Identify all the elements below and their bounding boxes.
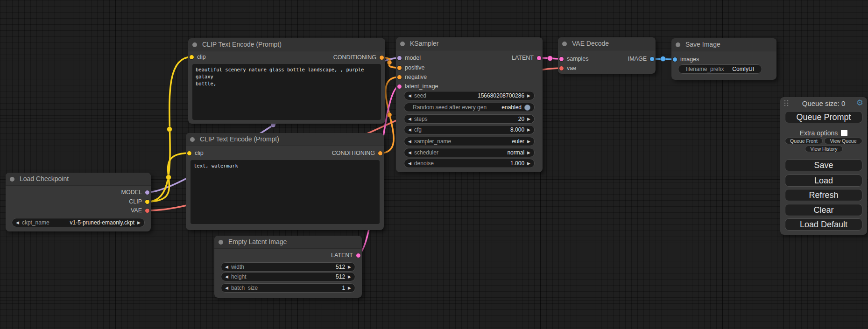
increment-arrow-icon[interactable]: ▶ (348, 265, 351, 269)
steps-widget[interactable]: ◀ steps 20 ▶ (404, 114, 535, 124)
input-positive[interactable]: positive (397, 64, 424, 71)
output-latent[interactable]: LATENT (512, 54, 541, 62)
input-samples[interactable]: samples (559, 55, 589, 63)
load-button[interactable]: Load (785, 175, 862, 187)
extra-options-checkbox[interactable] (841, 130, 847, 136)
input-model[interactable]: model (397, 54, 421, 62)
output-vae[interactable]: VAE (131, 207, 149, 214)
conditioning-port-icon[interactable] (397, 75, 402, 79)
node-ksampler[interactable]: KSampler model positive negative latent_… (396, 37, 543, 172)
prompt-textarea[interactable]: beautiful scenery nature glass bottle la… (192, 64, 381, 120)
node-vae-decode[interactable]: VAE Decode samples vae IMAGE (558, 37, 656, 74)
node-empty-latent-image[interactable]: Empty Latent Image LATENT ◀ width 512 ▶ … (214, 236, 362, 298)
node-clip-text-encode-positive[interactable]: CLIP Text Encode (Prompt) clip CONDITION… (188, 38, 385, 124)
increment-arrow-icon[interactable]: ▶ (527, 161, 530, 166)
image-port-icon[interactable] (673, 57, 677, 62)
view-queue-button[interactable]: View Queue (824, 138, 862, 144)
node-title-bar: CLIP Text Encode (Prompt) (186, 133, 384, 146)
output-clip[interactable]: CLIP (129, 198, 149, 205)
ckpt-name-widget[interactable]: ◀ ckpt_name v1-5-pruned-emaonly.ckpt ▶ (12, 218, 145, 227)
decrement-arrow-icon[interactable]: ◀ (408, 161, 411, 166)
clip-port-icon[interactable] (187, 151, 191, 155)
input-negative[interactable]: negative (397, 73, 427, 81)
filename-prefix-widget[interactable]: filename_prefix ComfyUI (678, 64, 762, 74)
sampler-name-widget[interactable]: ◀ sampler_name euler ▶ (404, 137, 535, 146)
node-title-bar: Save Image (671, 38, 776, 51)
collapse-dot-icon[interactable] (400, 42, 405, 46)
clear-button[interactable]: Clear (785, 204, 862, 216)
batch-size-widget[interactable]: ◀ batch_size 1 ▶ (221, 283, 355, 293)
collapse-dot-icon[interactable] (676, 42, 680, 47)
latent-port-icon[interactable] (559, 57, 564, 61)
decrement-arrow-icon[interactable]: ◀ (408, 117, 411, 121)
increment-arrow-icon[interactable]: ▶ (348, 275, 351, 279)
decrement-arrow-icon[interactable]: ◀ (16, 221, 19, 225)
input-clip[interactable]: clip (187, 149, 204, 157)
conditioning-port-icon[interactable] (397, 66, 402, 70)
model-port-icon[interactable] (145, 190, 149, 195)
collapse-dot-icon[interactable] (190, 137, 195, 142)
decrement-arrow-icon[interactable]: ◀ (225, 275, 228, 279)
random-seed-widget[interactable]: Random seed after every gen enabled (404, 103, 535, 112)
prompt-textarea[interactable]: text, watermark (191, 160, 380, 224)
decrement-arrow-icon[interactable]: ◀ (225, 286, 228, 290)
decrement-arrow-icon[interactable]: ◀ (408, 151, 411, 155)
widget-value: 512 (336, 273, 345, 280)
cfg-widget[interactable]: ◀ cfg 8.000 ▶ (404, 125, 535, 134)
input-images[interactable]: images (673, 56, 699, 63)
latent-port-icon[interactable] (397, 84, 402, 89)
decrement-arrow-icon[interactable]: ◀ (225, 265, 228, 269)
decrement-arrow-icon[interactable]: ◀ (408, 94, 411, 98)
seed-widget[interactable]: ◀ seed 156680208700286 ▶ (404, 91, 535, 100)
input-clip[interactable]: clip (190, 53, 206, 61)
conditioning-port-icon[interactable] (378, 151, 382, 155)
increment-arrow-icon[interactable]: ▶ (527, 94, 530, 98)
node-save-image[interactable]: Save Image images filename_prefix ComfyU… (671, 38, 776, 80)
image-port-icon[interactable] (650, 57, 654, 61)
toggle-enabled-icon[interactable] (524, 105, 530, 111)
output-latent[interactable]: LATENT (331, 252, 360, 259)
view-history-button[interactable]: View History (805, 146, 843, 152)
output-conditioning[interactable]: CONDITIONING (333, 54, 384, 61)
vae-port-icon[interactable] (559, 66, 564, 70)
collapse-dot-icon[interactable] (562, 42, 567, 46)
output-image[interactable]: IMAGE (628, 55, 654, 63)
increment-arrow-icon[interactable]: ▶ (527, 128, 530, 132)
decrement-arrow-icon[interactable]: ◀ (408, 128, 411, 132)
node-graph-canvas[interactable]: Load Checkpoint MODEL CLIP VAE ◀ ckpt_na… (0, 0, 868, 329)
denoise-widget[interactable]: ◀ denoise 1.000 ▶ (404, 159, 535, 168)
clip-port-icon[interactable] (145, 200, 149, 204)
scheduler-widget[interactable]: ◀ scheduler normal ▶ (404, 148, 535, 157)
decrement-arrow-icon[interactable]: ◀ (408, 140, 411, 144)
latent-port-icon[interactable] (356, 253, 360, 258)
save-button[interactable]: Save (785, 159, 862, 171)
refresh-button[interactable]: Refresh (785, 189, 862, 201)
collapse-dot-icon[interactable] (192, 42, 197, 47)
height-widget[interactable]: ◀ height 512 ▶ (221, 272, 355, 281)
queue-prompt-button[interactable]: Queue Prompt (785, 111, 862, 123)
drag-handle-icon[interactable] (784, 100, 789, 106)
width-widget[interactable]: ◀ width 512 ▶ (221, 262, 355, 272)
vae-port-icon[interactable] (145, 209, 149, 213)
collapse-dot-icon[interactable] (219, 240, 223, 245)
increment-arrow-icon[interactable]: ▶ (527, 117, 530, 121)
increment-arrow-icon[interactable]: ▶ (527, 151, 530, 155)
node-load-checkpoint[interactable]: Load Checkpoint MODEL CLIP VAE ◀ ckpt_na… (6, 173, 151, 231)
clip-port-icon[interactable] (190, 55, 194, 59)
conditioning-port-icon[interactable] (380, 56, 384, 60)
collapse-dot-icon[interactable] (10, 177, 14, 182)
input-latent-image[interactable]: latent_image (397, 83, 438, 90)
increment-arrow-icon[interactable]: ▶ (348, 286, 351, 290)
queue-front-button[interactable]: Queue Front (785, 138, 823, 144)
widget-value: v1-5-pruned-emaonly.ckpt (70, 219, 135, 226)
increment-arrow-icon[interactable]: ▶ (137, 221, 141, 225)
node-clip-text-encode-negative[interactable]: CLIP Text Encode (Prompt) clip CONDITION… (186, 133, 384, 230)
input-vae[interactable]: vae (559, 64, 576, 72)
model-port-icon[interactable] (397, 56, 402, 60)
output-conditioning[interactable]: CONDITIONING (332, 149, 382, 157)
output-model[interactable]: MODEL (121, 189, 149, 196)
settings-gear-icon[interactable]: ⚙ (856, 98, 863, 107)
latent-port-icon[interactable] (537, 56, 541, 60)
increment-arrow-icon[interactable]: ▶ (527, 140, 530, 144)
load-default-button[interactable]: Load Default (785, 218, 862, 231)
